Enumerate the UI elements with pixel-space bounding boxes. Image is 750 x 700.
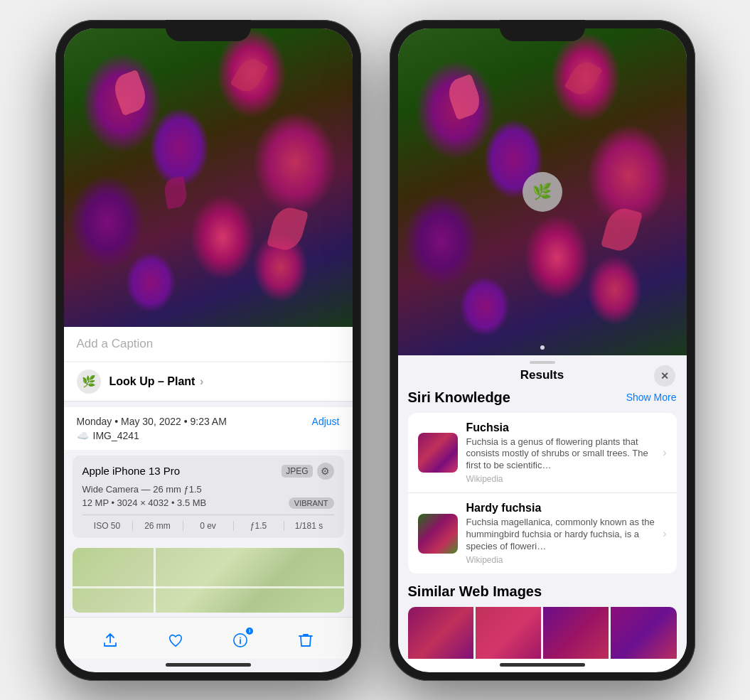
chevron-icon: › [663,446,666,459]
lens-info: Wide Camera — 26 mm ƒ1.5 [82,484,334,495]
share-button[interactable] [95,625,126,656]
info-button[interactable]: i [225,625,256,656]
style-badge: VIBRANT [289,497,334,509]
hardy-source: Wikipedia [466,555,659,565]
format-badge: JPEG [282,465,312,478]
exif-shutter: 1/181 s [284,521,334,531]
lookup-section: 🌿 Look Up – Plant › [64,362,353,402]
fuchsia-source: Wikipedia [466,474,659,484]
toolbar: i [64,617,353,659]
camera-section: Apple iPhone 13 Pro JPEG ⚙ Wide Camera —… [73,456,344,538]
visual-lookup-icon: 🌿 [77,370,101,394]
results-content: Siri Knowledge Show More Fuchsia Fuchsia… [398,389,687,659]
notch-right [500,20,585,41]
caption-placeholder[interactable]: Add a Caption [77,337,154,350]
left-phone: Add a Caption 🌿 Look Up – Plant › Monday… [55,20,361,681]
hardy-thumbnail [418,514,458,554]
chevron-icon-2: › [663,527,666,540]
visual-lookup-button[interactable]: 🌿 [523,172,562,212]
similar-title: Similar Web Images [408,583,677,600]
results-title: Results [520,368,564,382]
svg-point-2 [240,637,241,638]
exif-row: ISO 50 26 mm 0 ev ƒ1.5 1/181 s [82,515,334,531]
results-header: Results ✕ [398,368,687,389]
caption-area[interactable]: Add a Caption [64,327,353,361]
show-more-button[interactable]: Show More [626,392,677,403]
favorite-button[interactable] [160,625,191,656]
results-panel: Results ✕ Siri Knowledge Show More Fuchs… [398,355,687,659]
knowledge-card: Fuchsia Fuchsia is a genus of flowering … [408,413,677,574]
right-phone: 🌿 Results ✕ Siri Knowledge Show More [390,20,695,681]
lookup-row[interactable]: 🌿 Look Up – Plant › [64,362,353,402]
flower-photo [64,28,353,327]
map-area[interactable] [73,548,344,613]
page-dot [540,345,545,350]
fuchsia-thumbnail [418,433,458,473]
exif-aperture: ƒ1.5 [234,521,284,531]
hardy-text: Hardy fuchsia Fuchsia magellanica, commo… [466,502,659,565]
filename: IMG_4241 [93,430,139,441]
siri-knowledge-title: Siri Knowledge [408,389,510,406]
similar-images-row [408,607,677,659]
hardy-name: Hardy fuchsia [466,502,659,515]
exif-focal: 26 mm [133,521,183,531]
drag-handle[interactable] [530,361,555,364]
resolution-info: 12 MP • 3024 × 4032 • 3.5 MB [82,497,207,508]
adjust-button[interactable]: Adjust [312,416,340,427]
right-photo-area[interactable]: 🌿 [398,28,687,355]
cloud-icon: ☁️ [77,430,89,441]
date-section: Monday • May 30, 2022 • 9:23 AM Adjust ☁… [64,407,353,450]
delete-button[interactable] [290,625,321,656]
exif-ev: 0 ev [183,521,234,531]
date-text: Monday • May 30, 2022 • 9:23 AM [77,416,227,427]
fuchsia-desc: Fuchsia is a genus of flowering plants t… [466,436,659,473]
similar-image-3[interactable] [543,607,609,659]
camera-model: Apple iPhone 13 Pro [82,465,181,477]
close-button[interactable]: ✕ [654,365,675,387]
home-indicator [166,663,251,667]
knowledge-item-hardy[interactable]: Hardy fuchsia Fuchsia magellanica, commo… [408,493,677,574]
home-indicator-right [500,663,585,667]
hardy-desc: Fuchsia magellanica, commonly known as t… [466,517,659,553]
fuchsia-text: Fuchsia Fuchsia is a genus of flowering … [466,421,659,485]
notch [166,20,251,41]
settings-icon[interactable]: ⚙ [317,463,334,480]
knowledge-item-fuchsia[interactable]: Fuchsia Fuchsia is a genus of flowering … [408,413,677,494]
similar-section: Similar Web Images [408,583,677,659]
similar-image-2[interactable] [476,607,541,659]
photo-area[interactable] [64,28,353,327]
similar-image-4[interactable] [611,607,676,659]
fuchsia-name: Fuchsia [466,421,659,434]
similar-image-1[interactable] [408,607,473,659]
lookup-label: Look Up – Plant › [109,375,204,388]
exif-iso: ISO 50 [82,521,133,531]
